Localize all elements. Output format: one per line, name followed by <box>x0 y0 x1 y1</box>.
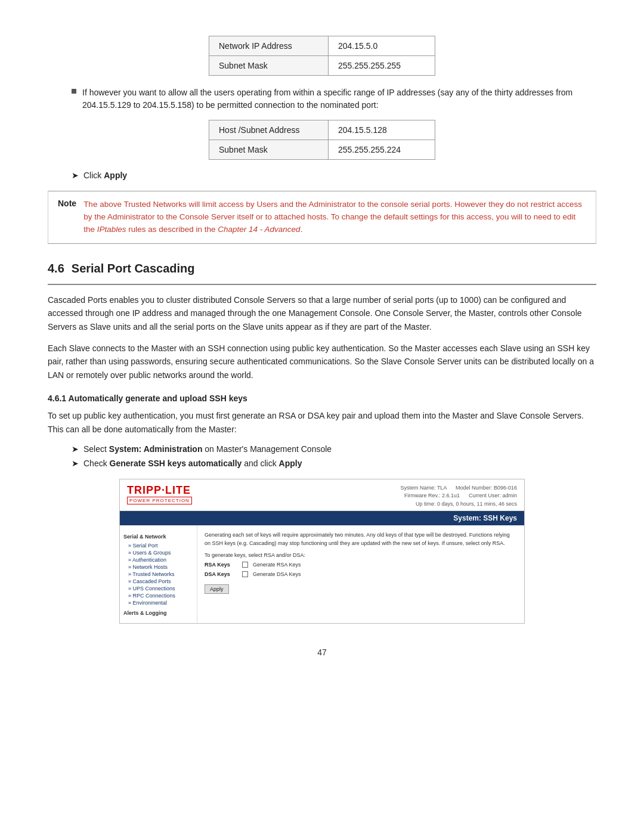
section-divider <box>48 284 596 285</box>
note-text: The above Trusted Networks will limit ac… <box>83 199 586 236</box>
logo-text: TRIPP·LITE <box>127 484 191 497</box>
subnet-mask-value-2: 255.255.255.224 <box>329 140 435 160</box>
subnet-mask-label-1: Subnet Mask <box>209 56 329 76</box>
click-apply-text: Click Apply <box>83 171 127 180</box>
dsa-gen-label: Generate DSA Keys <box>253 571 301 577</box>
ssh-generate-label: To generate keys, select RSA and/or DSA: <box>205 552 517 558</box>
sidebar-authentication[interactable]: Authentication <box>123 556 193 563</box>
step-1-text: Select System: Administration on Master'… <box>83 444 332 454</box>
ssh-info-text: Generating each set of keys will require… <box>205 531 517 547</box>
rsa-key-row: RSA Keys Generate RSA Keys <box>205 562 517 568</box>
sidebar-ups-connections[interactable]: UPS Connections <box>123 585 193 592</box>
sidebar-rpc-connections[interactable]: RPC Connections <box>123 592 193 599</box>
dsa-label: DSA Keys <box>205 571 237 577</box>
page-number: 47 <box>48 648 596 657</box>
sidebar-environmental[interactable]: Environmental <box>123 599 193 606</box>
note-label: Note <box>58 199 76 208</box>
dsa-checkbox[interactable] <box>242 571 248 577</box>
section-heading: 4.6 Serial Port Cascading <box>48 262 596 275</box>
screenshot-sidebar: Serial & Network Serial Port Users & Gro… <box>120 525 197 623</box>
host-subnet-value: 204.15.5.128 <box>329 120 435 140</box>
screenshot-main: Generating each set of keys will require… <box>197 525 524 623</box>
bullet-section: If however you want to allow all the use… <box>72 86 596 112</box>
screenshot-header: TRIPP·LITE POWER PROTECTION System Name:… <box>120 479 524 512</box>
subnet-mask-value-1: 255.255.255.255 <box>329 56 435 76</box>
sidebar-section-serial: Serial & Network <box>123 534 193 540</box>
network-ip-table: Network IP Address 204.15.5.0 Subnet Mas… <box>48 36 596 76</box>
step-1-arrow: ➤ <box>72 444 79 454</box>
paragraph-2: Each Slave connects to the Master with a… <box>48 342 596 382</box>
section-number: 4.6 <box>48 262 64 275</box>
ssh-keys-bar: System: SSH Keys <box>120 511 524 525</box>
screenshot-body: Serial & Network Serial Port Users & Gro… <box>120 525 524 623</box>
sub-paragraph: To set up public key authentication, you… <box>48 409 596 436</box>
host-subnet-table: Host /Subnet Address 204.15.5.128 Subnet… <box>48 120 596 160</box>
bullet-item-1: If however you want to allow all the use… <box>72 86 596 112</box>
subnet-mask-label-2: Subnet Mask <box>209 140 329 160</box>
section-title: Serial Port Cascading <box>72 262 195 275</box>
screenshot-container: TRIPP·LITE POWER PROTECTION System Name:… <box>119 479 525 624</box>
step-2-text: Check Generate SSH keys automatically an… <box>83 459 302 468</box>
note-box: Note The above Trusted Networks will lim… <box>48 191 596 244</box>
rsa-gen-label: Generate RSA Keys <box>253 562 301 568</box>
network-ip-label: Network IP Address <box>209 36 329 56</box>
bullet-icon <box>72 89 76 94</box>
step-2: ➤ Check Generate SSH keys automatically … <box>72 459 596 468</box>
sidebar-cascaded-ports[interactable]: Cascaded Ports <box>123 578 193 585</box>
host-subnet-label: Host /Subnet Address <box>209 120 329 140</box>
bullet-text: If however you want to allow all the use… <box>82 86 596 112</box>
system-name-row: System Name: TLA Model Number: B096-016 <box>401 484 517 493</box>
click-apply-step: ➤ Click Apply <box>72 171 596 180</box>
apply-button[interactable]: Apply <box>205 584 229 594</box>
rsa-checkbox[interactable] <box>242 562 248 568</box>
step-2-arrow: ➤ <box>72 459 79 468</box>
dsa-key-row: DSA Keys Generate DSA Keys <box>205 571 517 577</box>
sidebar-section-alerts: Alerts & Logging <box>123 610 193 616</box>
logo-tagline: POWER PROTECTION <box>127 497 192 504</box>
step-1: ➤ Select System: Administration on Maste… <box>72 444 596 454</box>
firmware-row: Firmware Rev.: 2.6.1u1 Current User: adm… <box>401 492 517 500</box>
sidebar-users-groups[interactable]: Users & Groups <box>123 549 193 556</box>
sidebar-trusted-networks[interactable]: Trusted Networks <box>123 571 193 578</box>
rsa-label: RSA Keys <box>205 562 237 568</box>
sidebar-network-hosts[interactable]: Network Hosts <box>123 563 193 571</box>
system-info: System Name: TLA Model Number: B096-016 … <box>401 484 517 509</box>
uptime-row: Up time: 0 days, 0 hours, 11 mins, 46 se… <box>401 500 517 509</box>
paragraph-1: Cascaded Ports enables you to cluster di… <box>48 293 596 333</box>
network-ip-value: 204.15.5.0 <box>329 36 435 56</box>
tripp-lite-logo: TRIPP·LITE POWER PROTECTION <box>127 484 192 504</box>
subsection-heading: 4.6.1 Automatically generate and upload … <box>48 394 596 403</box>
arrow-icon: ➤ <box>72 171 79 180</box>
sidebar-serial-port[interactable]: Serial Port <box>123 542 193 549</box>
